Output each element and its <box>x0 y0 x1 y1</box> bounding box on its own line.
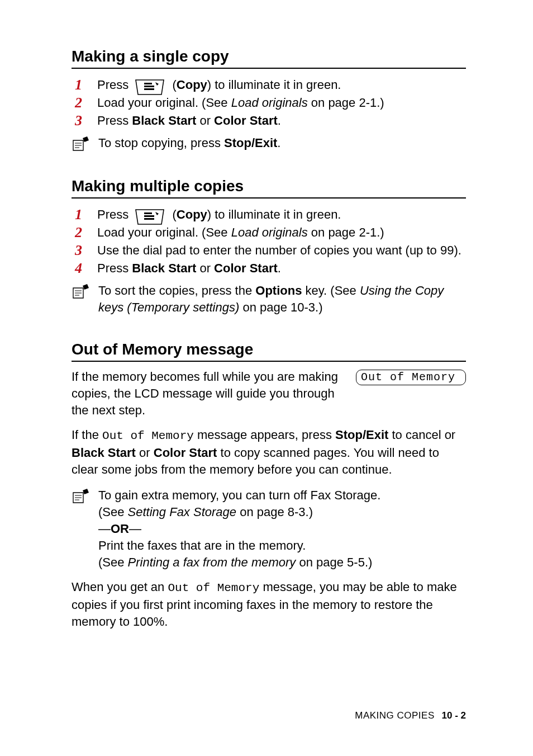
step-text: Load your original. (See Load originals … <box>97 94 466 111</box>
step-number: 3 <box>72 242 97 259</box>
note-memory: To gain extra memory, you can turn off F… <box>72 487 466 571</box>
footer-page: 10 - 2 <box>442 710 466 721</box>
page-footer: MAKING COPIES 10 - 2 <box>355 710 466 721</box>
note-icon <box>72 282 98 300</box>
step-number: 1 <box>72 77 97 93</box>
paragraph: When you get an Out of Memory message, y… <box>72 579 466 630</box>
note-icon <box>72 487 98 505</box>
step-2: 2 Load your original. (See Load original… <box>72 224 466 241</box>
step-text: Press (Copy) to illuminate it in green. <box>97 206 466 223</box>
step-1: 1 Press (Copy) to illuminate it in green… <box>72 206 466 223</box>
step-1: 1 Press (Copy) to illuminate it in green… <box>72 77 466 93</box>
steps-multi: 1 Press (Copy) to illuminate it in green… <box>72 206 466 277</box>
step-number: 1 <box>72 206 97 223</box>
section-single-copy: Making a single copy 1 Press (Copy) to i… <box>72 48 466 153</box>
step-number: 2 <box>72 94 97 111</box>
lcd-display: Out of Memory <box>356 370 466 385</box>
step-text: Press Black Start or Color Start. <box>97 112 466 129</box>
step-text: Press Black Start or Color Start. <box>97 260 466 277</box>
step-number: 4 <box>72 260 97 277</box>
pencil-note-icon <box>72 488 91 505</box>
paragraph: If the Out of Memory message appears, pr… <box>72 427 466 478</box>
step-text: Press (Copy) to illuminate it in green. <box>97 77 466 93</box>
steps-single: 1 Press (Copy) to illuminate it in green… <box>72 77 466 129</box>
step-3: 3 Press Black Start or Color Start. <box>72 112 466 129</box>
heading-multiple-copies: Making multiple copies <box>72 177 466 199</box>
footer-chapter: MAKING COPIES <box>355 710 435 721</box>
step-2: 2 Load your original. (See Load original… <box>72 94 466 111</box>
step-number: 2 <box>72 224 97 241</box>
heading-single-copy: Making a single copy <box>72 48 466 69</box>
pencil-note-icon <box>72 136 91 153</box>
step-text: Load your original. (See Load originals … <box>97 224 466 241</box>
section-out-of-memory: Out of Memory message Out of Memory If t… <box>72 341 466 630</box>
copy-key-icon <box>133 209 166 225</box>
section-multiple-copies: Making multiple copies 1 Press (Copy) to… <box>72 177 466 316</box>
copy-key-icon <box>133 79 166 96</box>
note-options: To sort the copies, press the Options ke… <box>72 282 466 316</box>
note-icon <box>72 135 98 153</box>
heading-out-of-memory: Out of Memory message <box>72 341 466 362</box>
step-number: 3 <box>72 112 97 129</box>
pencil-note-icon <box>72 284 91 300</box>
step-4: 4 Press Black Start or Color Start. <box>72 260 466 277</box>
note-stop-exit: To stop copying, press Stop/Exit. <box>72 135 466 153</box>
step-text: Use the dial pad to enter the number of … <box>97 242 466 259</box>
step-3: 3 Use the dial pad to enter the number o… <box>72 242 466 259</box>
